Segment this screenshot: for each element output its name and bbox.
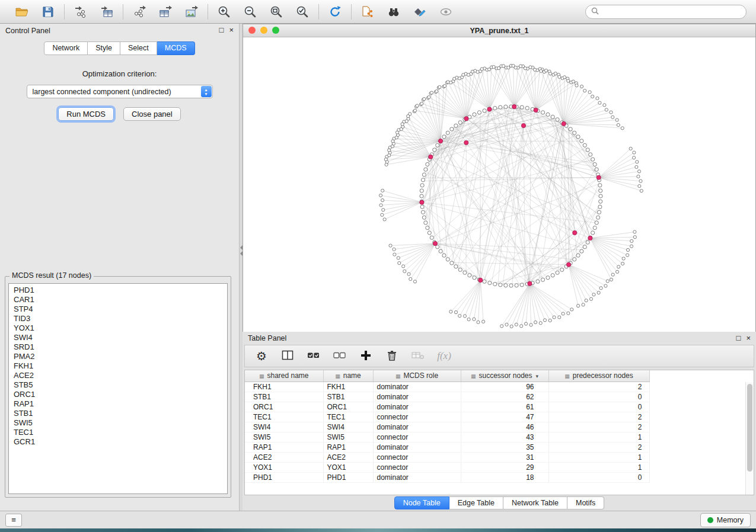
graph-node[interactable]	[544, 69, 547, 72]
table-row[interactable]: ACE2ACE2connector311	[245, 452, 649, 462]
mcds-result-item[interactable]: PMA2	[9, 352, 227, 361]
graph-hub-node[interactable]	[438, 139, 442, 143]
mcds-result-item[interactable]: STB5	[9, 380, 227, 390]
graph-node[interactable]	[585, 299, 588, 302]
graph-node[interactable]	[471, 70, 474, 73]
graph-node[interactable]	[420, 194, 423, 198]
graph-node[interactable]	[617, 123, 620, 126]
graph-node[interactable]	[598, 101, 601, 104]
graph-node[interactable]	[621, 262, 624, 265]
graph-node[interactable]	[597, 210, 601, 214]
add-row-button[interactable]	[359, 349, 373, 363]
graph-node[interactable]	[520, 105, 524, 109]
graph-node[interactable]	[640, 189, 643, 192]
graph-node[interactable]	[398, 261, 401, 264]
graph-node[interactable]	[420, 102, 423, 105]
graph-node[interactable]	[443, 85, 446, 88]
mcds-result-item[interactable]: ORC1	[9, 390, 227, 399]
graph-hub-node[interactable]	[528, 281, 532, 286]
mcds-result-item[interactable]: TID3	[9, 314, 227, 323]
graph-node[interactable]	[458, 268, 462, 271]
graph-node[interactable]	[639, 180, 642, 182]
graph-node[interactable]	[400, 127, 403, 130]
graph-node[interactable]	[632, 156, 635, 159]
graph-node[interactable]	[622, 257, 625, 260]
close-panel-button[interactable]: Close panel	[123, 107, 181, 121]
import-table-button[interactable]	[97, 3, 117, 21]
graph-node[interactable]	[630, 239, 633, 242]
table-row[interactable]: TEC1TEC1connector472	[245, 412, 649, 422]
graph-node[interactable]	[426, 162, 429, 166]
graph-node[interactable]	[604, 284, 607, 287]
open-session-button[interactable]	[12, 3, 32, 21]
search-network-button[interactable]	[384, 3, 404, 21]
graph-node[interactable]	[636, 161, 639, 164]
graph-hub-node[interactable]	[487, 107, 492, 111]
graph-node[interactable]	[610, 278, 613, 281]
graph-node[interactable]	[597, 291, 600, 294]
graph-node[interactable]	[492, 65, 495, 68]
graph-node[interactable]	[626, 254, 629, 257]
table-row[interactable]: PHD1PHD1dominator180	[245, 472, 649, 482]
graph-node[interactable]	[435, 89, 438, 92]
graph-node[interactable]	[381, 198, 384, 201]
graph-node[interactable]	[529, 66, 532, 69]
graph-node[interactable]	[595, 221, 598, 225]
graph-node[interactable]	[442, 135, 446, 139]
graph-node[interactable]	[529, 323, 532, 326]
network-canvas[interactable]	[243, 37, 755, 332]
graph-node[interactable]	[463, 315, 466, 318]
zoom-in-button[interactable]	[214, 3, 234, 21]
graph-node[interactable]	[621, 127, 624, 130]
graph-node[interactable]	[454, 124, 458, 127]
select-all-button[interactable]	[307, 349, 321, 363]
graph-node[interactable]	[592, 293, 595, 296]
graph-node[interactable]	[416, 104, 419, 107]
graph-node[interactable]	[583, 143, 586, 147]
graph-node[interactable]	[599, 200, 602, 203]
tab-motifs[interactable]: Motifs	[567, 496, 604, 509]
graph-node[interactable]	[413, 280, 416, 283]
graph-node[interactable]	[438, 85, 441, 88]
graph-node[interactable]	[449, 81, 452, 84]
graph-node[interactable]	[595, 168, 598, 171]
graph-node[interactable]	[554, 72, 557, 75]
graph-node[interactable]	[515, 284, 518, 287]
minimize-window-icon[interactable]	[260, 27, 267, 34]
show-columns-button[interactable]	[280, 349, 295, 363]
graph-node[interactable]	[382, 209, 385, 211]
graph-node[interactable]	[436, 143, 439, 147]
graph-node[interactable]	[389, 244, 392, 247]
graph-node[interactable]	[596, 216, 600, 219]
graph-node[interactable]	[446, 258, 449, 261]
graph-hub-node[interactable]	[562, 121, 566, 126]
graph-node[interactable]	[426, 226, 429, 229]
graph-node[interactable]	[543, 319, 546, 322]
network-window-titlebar[interactable]: YPA_prune.txt_1	[243, 24, 755, 37]
graph-node[interactable]	[591, 158, 595, 161]
graph-node[interactable]	[589, 153, 592, 156]
table-row[interactable]: ORC1ORC1dominator610	[245, 402, 649, 412]
graph-node[interactable]	[558, 75, 561, 78]
graph-hub-node[interactable]	[573, 230, 577, 235]
graph-node[interactable]	[467, 73, 470, 76]
graph-node[interactable]	[407, 273, 410, 275]
zoom-fit-button[interactable]	[266, 3, 286, 21]
graph-node[interactable]	[573, 131, 576, 134]
graph-node[interactable]	[507, 66, 510, 69]
graph-node[interactable]	[424, 168, 428, 171]
graph-node[interactable]	[593, 162, 596, 166]
graph-node[interactable]	[422, 216, 426, 219]
graph-node[interactable]	[421, 178, 425, 182]
graph-node[interactable]	[473, 113, 476, 116]
graph-node[interactable]	[551, 115, 554, 118]
graph-node[interactable]	[433, 148, 436, 152]
tab-edge-table[interactable]: Edge Table	[449, 496, 503, 509]
mcds-result-item[interactable]: SRD1	[9, 342, 227, 352]
float-panel-icon[interactable]: □	[736, 334, 741, 342]
graph-node[interactable]	[586, 148, 589, 152]
graph-node[interactable]	[635, 165, 638, 168]
graph-node[interactable]	[596, 97, 599, 100]
graph-node[interactable]	[615, 118, 618, 121]
graph-hub-node[interactable]	[521, 123, 525, 127]
